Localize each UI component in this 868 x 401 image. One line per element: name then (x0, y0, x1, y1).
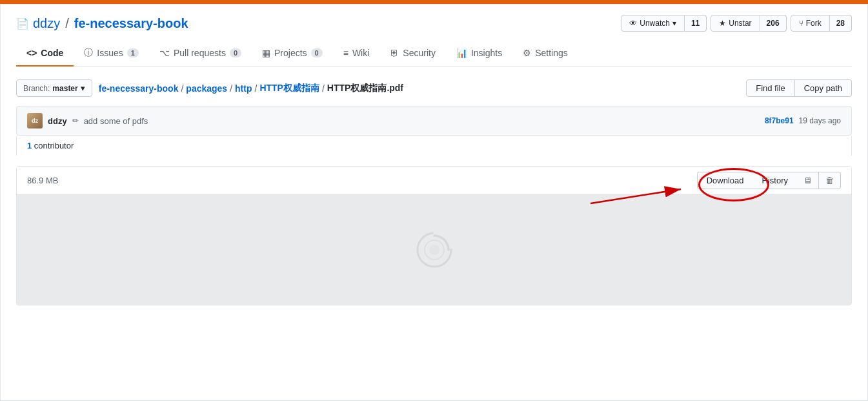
breadcrumb-http[interactable]: http (235, 83, 252, 94)
tab-insights[interactable]: 📊 Insights (446, 41, 512, 67)
contributor-count[interactable]: 1 (27, 141, 32, 150)
file-content (17, 195, 851, 305)
commit-time: 19 days ago (799, 116, 841, 125)
raw-view-button[interactable]: 🖥 (797, 172, 819, 189)
loading-spinner (415, 231, 454, 269)
fork-button[interactable]: ⑂ Fork (791, 15, 830, 32)
find-file-button[interactable]: Find file (746, 79, 795, 97)
monitor-icon: 🖥 (803, 176, 812, 185)
commit-right: 8f7be91 19 days ago (765, 116, 841, 125)
history-button[interactable]: History (753, 172, 797, 189)
tab-issues[interactable]: ⓘ Issues 1 (74, 41, 149, 67)
branch-dropdown-icon: ▾ (81, 83, 85, 93)
repo-title: 📄 ddzy / fe-necessary-book (16, 16, 188, 31)
commit-left: dz ddzy ✏ add some of pdfs (27, 113, 148, 129)
tab-code-label: Code (41, 48, 63, 58)
file-box-wrapper: 86.9 MB Download History 🖥 🗑 (16, 166, 852, 305)
insights-icon: 📊 (456, 48, 467, 58)
tab-code[interactable]: <> Code (16, 41, 74, 67)
trash-icon: 🗑 (825, 176, 834, 185)
tab-insights-label: Insights (471, 48, 502, 58)
repo-slash: / (65, 16, 69, 31)
tab-security-label: Security (403, 48, 436, 58)
repo-icon: 📄 (16, 17, 29, 30)
contributor-box: 1 contributor (16, 136, 852, 156)
settings-icon: ⚙ (523, 48, 531, 58)
breadcrumb-file: HTTP权威指南.pdf (327, 83, 403, 94)
file-size: 86.9 MB (27, 176, 58, 185)
tab-projects-label: Projects (274, 48, 307, 58)
tab-pr-label: Pull requests (174, 48, 226, 58)
download-button[interactable]: Download (697, 172, 753, 189)
star-count: 206 (760, 15, 787, 32)
code-icon: <> (26, 48, 37, 58)
delete-button[interactable]: 🗑 (819, 172, 841, 189)
issues-icon: ⓘ (84, 47, 93, 59)
watch-button[interactable]: 👁 Unwatch ▾ (621, 15, 685, 32)
tab-pull-requests[interactable]: ⌥ Pull requests 0 (149, 41, 252, 67)
copy-path-button[interactable]: Copy path (795, 79, 852, 97)
pr-icon: ⌥ (159, 48, 170, 58)
branch-name: master (52, 84, 77, 93)
branch-selector[interactable]: Branch: master ▾ (16, 79, 92, 97)
security-icon: ⛨ (390, 48, 399, 58)
projects-badge: 0 (311, 48, 323, 57)
tab-wiki[interactable]: ≡ Wiki (333, 41, 380, 67)
fork-group: ⑂ Fork 28 (791, 15, 852, 32)
breadcrumb-sep-4: / (322, 83, 325, 94)
repo-name-link[interactable]: fe-necessary-book (74, 16, 188, 31)
commit-message: add some of pdfs (84, 116, 148, 126)
breadcrumb-row: Branch: master ▾ fe-necessary-book / pac… (16, 79, 852, 97)
star-group: ★ Unstar 206 (711, 15, 786, 32)
file-actions: Download History 🖥 🗑 (697, 172, 841, 189)
file-box: 86.9 MB Download History 🖥 🗑 (16, 166, 852, 305)
tab-wiki-label: Wiki (352, 48, 369, 58)
pr-badge: 0 (230, 48, 241, 57)
breadcrumb-sep-2: / (230, 83, 232, 94)
repo-actions: 👁 Unwatch ▾ 11 ★ Unstar 206 ⑂ (617, 15, 852, 32)
commit-author[interactable]: ddzy (48, 116, 67, 126)
star-label: Unstar (729, 19, 751, 28)
dropdown-arrow: ▾ (672, 19, 676, 28)
breadcrumb: fe-necessary-book / packages / http / HT… (99, 83, 403, 94)
breadcrumb-folder[interactable]: HTTP权威指南 (259, 83, 319, 94)
wiki-icon: ≡ (343, 48, 348, 58)
repo-owner-link[interactable]: ddzy (33, 16, 60, 31)
breadcrumb-sep-3: / (254, 83, 257, 94)
breadcrumb-repo[interactable]: fe-necessary-book (99, 83, 179, 94)
fork-count: 28 (830, 15, 852, 32)
nav-tabs: <> Code ⓘ Issues 1 ⌥ Pull requests 0 ▦ P… (16, 41, 852, 67)
tab-settings-label: Settings (535, 48, 568, 58)
breadcrumb-actions: Find file Copy path (746, 79, 852, 97)
watch-label: Unwatch (640, 19, 670, 28)
breadcrumb-sep-1: / (181, 83, 183, 94)
tab-issues-label: Issues (97, 48, 123, 58)
star-button[interactable]: ★ Unstar (711, 15, 760, 32)
commit-sha[interactable]: 8f7be91 (765, 116, 794, 125)
file-header: 86.9 MB Download History 🖥 🗑 (17, 167, 851, 195)
branch-label: Branch: (23, 84, 50, 93)
tab-settings[interactable]: ⚙ Settings (512, 41, 578, 67)
commit-action-icon: ✏ (72, 116, 79, 125)
star-icon: ★ (719, 19, 726, 28)
commit-box: dz ddzy ✏ add some of pdfs 8f7be91 19 da… (16, 106, 852, 136)
tab-projects[interactable]: ▦ Projects 0 (252, 41, 333, 67)
fork-label: Fork (806, 19, 822, 28)
fork-icon: ⑂ (799, 19, 803, 28)
avatar: dz (27, 113, 43, 129)
tab-security[interactable]: ⛨ Security (379, 41, 446, 67)
watch-icon: 👁 (629, 19, 637, 28)
svg-point-2 (429, 245, 439, 255)
issues-badge: 1 (127, 48, 139, 57)
contributor-label: contributor (34, 141, 74, 150)
watch-count: 11 (685, 15, 707, 32)
projects-icon: ▦ (262, 48, 270, 58)
breadcrumb-packages[interactable]: packages (186, 83, 227, 94)
watch-group: 👁 Unwatch ▾ 11 (621, 15, 707, 32)
